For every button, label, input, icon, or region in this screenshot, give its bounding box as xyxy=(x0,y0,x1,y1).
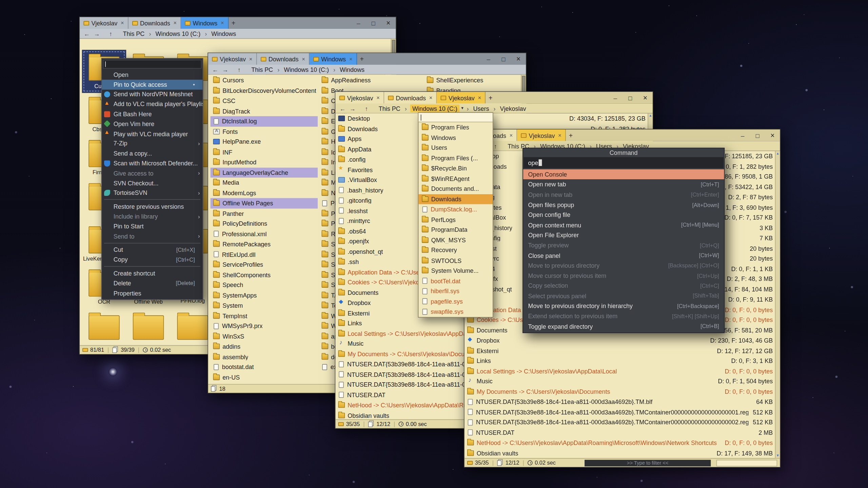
file-row[interactable]: assembly xyxy=(210,352,318,362)
titlebar[interactable]: Downloads Vjekoslav + xyxy=(465,129,780,141)
palette-item[interactable]: Open in new tab [Ctrl+Enter] xyxy=(523,189,724,200)
tab-close-icon[interactable] xyxy=(221,20,224,26)
context-menu-item[interactable]: Pin to Start xyxy=(102,221,202,231)
file-row[interactable]: NTUSER.DAT{53b39e88-18c4-11ea-a811-000d3… xyxy=(465,417,774,427)
dropdown-item[interactable]: hiberfil.sys xyxy=(418,286,493,296)
new-tab-button[interactable]: + xyxy=(357,53,367,65)
context-menu-item[interactable]: Delete [Delete] xyxy=(102,278,202,288)
file-row[interactable]: Music D: 0, F: 1, 504 bytes xyxy=(465,376,774,386)
context-menu-item[interactable]: Send to › xyxy=(102,231,202,241)
breadcrumb-item[interactable]: This PC xyxy=(250,65,279,73)
minimize-button[interactable] xyxy=(481,56,496,62)
dropdown-filter-input[interactable] xyxy=(418,113,493,122)
dropdown-item[interactable]: pagefile.sys xyxy=(418,296,493,306)
file-row[interactable]: PolicyDefinitions xyxy=(210,219,318,229)
file-row[interactable]: Eksterni D: 12, F: 127, 12 GB xyxy=(465,346,774,356)
tab[interactable]: Vjekoslav xyxy=(208,53,257,65)
context-menu-item[interactable]: Restore previous versions xyxy=(102,202,202,211)
breadcrumb-item[interactable]: Windows xyxy=(339,65,366,73)
tab[interactable]: Windows xyxy=(181,17,229,29)
palette-item[interactable]: Open File Explorer xyxy=(523,230,724,240)
dropdown-item[interactable]: SWTOOLS xyxy=(418,255,493,265)
dropdown-item[interactable]: Downloads xyxy=(418,194,493,204)
file-row[interactable]: DiagTrack xyxy=(210,106,318,116)
palette-item[interactable]: Toggle expand directory [Ctrl+B] xyxy=(523,321,724,331)
minimize-button[interactable] xyxy=(351,20,366,26)
dropdown-item[interactable]: bootTel.dat xyxy=(418,276,493,286)
file-row[interactable]: System xyxy=(210,301,318,311)
tab-close-icon[interactable] xyxy=(121,20,124,26)
close-button[interactable] xyxy=(638,94,653,102)
back-button[interactable] xyxy=(82,30,91,37)
palette-item[interactable]: Toggle preview [Ctrl+Q] xyxy=(523,240,724,250)
minimize-button[interactable] xyxy=(735,132,750,139)
tab[interactable]: Downloads xyxy=(257,53,310,65)
file-row[interactable]: Cursors xyxy=(210,75,318,85)
tab[interactable]: Windows xyxy=(310,53,357,65)
close-button[interactable] xyxy=(765,131,780,139)
back-button[interactable] xyxy=(338,105,347,111)
file-row[interactable]: HelpPane.exe xyxy=(210,137,318,147)
file-row[interactable]: CSC xyxy=(210,96,318,106)
minimize-button[interactable] xyxy=(608,94,623,101)
file-row[interactable]: ModemLogs xyxy=(210,188,318,198)
file-row[interactable]: DtcInstall.log xyxy=(210,116,318,126)
titlebar[interactable]: Vjekoslav Downloads Vjekoslav + xyxy=(335,92,653,103)
grid-item[interactable] xyxy=(126,309,171,345)
file-row[interactable]: Panther xyxy=(210,208,318,219)
breadcrumb-item[interactable]: Windows 10 (C:) xyxy=(410,104,469,112)
breadcrumb-item[interactable]: Users xyxy=(472,104,495,112)
dropdown-item[interactable]: ProgramData xyxy=(418,225,493,235)
dropdown-item[interactable]: DumpStack.log... xyxy=(418,204,493,214)
new-tab-button[interactable]: + xyxy=(566,129,576,141)
context-menu-item[interactable]: Cut [Ctrl+X] xyxy=(102,245,202,255)
tab[interactable]: Vjekoslav xyxy=(517,129,566,141)
dropdown-item[interactable]: QMK_MSYS xyxy=(418,235,493,245)
palette-item[interactable]: Open files popup [Alt+Down] xyxy=(523,200,724,210)
breadcrumb-item[interactable]: Windows 10 (C:) xyxy=(283,65,335,73)
file-row[interactable]: LanguageOverlayCache xyxy=(210,167,318,178)
context-menu-item[interactable]: Create shortcut xyxy=(102,268,202,278)
breadcrumb-item[interactable]: This PC xyxy=(377,104,407,112)
breadcrumb-item[interactable]: This PC xyxy=(122,29,151,37)
tab-close-icon[interactable] xyxy=(510,132,513,138)
file-row[interactable]: BitLockerDiscoveryVolumeContents xyxy=(210,85,318,96)
file-row[interactable]: NTUSER.DAT{53b39e88-18c4-11ea-a811-000d3… xyxy=(465,397,774,407)
file-row[interactable]: WinSxS xyxy=(210,331,318,341)
context-menu-item[interactable] xyxy=(104,199,200,200)
maximize-button[interactable] xyxy=(366,20,381,26)
scroll-up-icon[interactable] xyxy=(648,114,653,119)
forward-button[interactable] xyxy=(348,105,357,111)
maximize-button[interactable] xyxy=(496,56,511,62)
context-menu-item[interactable]: 7-Zip › xyxy=(102,139,202,148)
file-row[interactable]: INF xyxy=(210,147,318,157)
tab[interactable]: Vjekoslav xyxy=(80,17,129,29)
palette-item[interactable]: Select previous panel [Shift+Tab] xyxy=(523,291,724,301)
context-menu-item[interactable] xyxy=(104,243,200,243)
context-menu-item[interactable]: Open Vim here xyxy=(102,119,202,129)
tab-close-icon[interactable] xyxy=(376,95,380,101)
scrollbar[interactable] xyxy=(775,151,780,458)
file-row[interactable]: Media xyxy=(210,178,318,188)
file-row[interactable]: bootstat.dat xyxy=(210,362,318,372)
file-row[interactable]: NTUSER.DAT{53b39e88-18c4-11ea-a811-000d3… xyxy=(465,407,774,417)
tab[interactable]: Downloads xyxy=(129,17,181,29)
file-row[interactable]: ShellExperiences xyxy=(424,75,521,85)
dropdown-item[interactable]: $WinREAgent xyxy=(418,174,493,184)
scroll-up-icon[interactable] xyxy=(775,151,780,156)
file-row[interactable]: RtlExUpd.dll xyxy=(210,249,318,260)
file-row[interactable]: Speech xyxy=(210,280,318,290)
file-row[interactable]: ShellComponents xyxy=(210,270,318,280)
up-button[interactable] xyxy=(362,105,371,111)
context-menu-filter-input[interactable] xyxy=(103,60,202,68)
dropdown-item[interactable]: Windows xyxy=(418,133,493,143)
palette-item[interactable]: Move to previous directory [Backspace] [… xyxy=(523,260,724,270)
file-row[interactable]: en-US xyxy=(210,372,318,382)
dropdown-item[interactable]: PerfLogs xyxy=(418,215,493,225)
context-menu-item[interactable]: SVN Checkout... xyxy=(102,178,202,188)
tab-close-icon[interactable] xyxy=(558,132,561,138)
file-row[interactable]: TempInst xyxy=(210,311,318,321)
maximize-button[interactable] xyxy=(750,132,765,139)
context-menu-item[interactable]: Pin to Quick access • xyxy=(102,80,202,89)
context-menu-item[interactable]: TortoiseSVN › xyxy=(102,188,202,198)
